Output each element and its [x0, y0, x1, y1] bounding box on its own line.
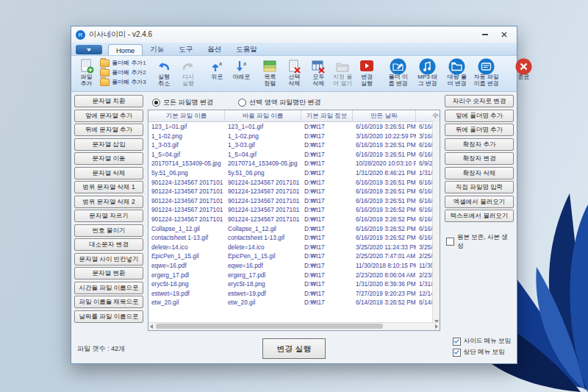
cell: 901224-1234567 2017101: [225, 205, 301, 215]
right-action-button-7[interactable]: 직접 파일명 입력: [445, 181, 514, 193]
left-action-button-1[interactable]: 문자열 치환: [74, 95, 143, 107]
table-row[interactable]: 20170714_153409-05.jpg20170714_153409-05…: [148, 159, 440, 168]
right-action-button-3[interactable]: 뒤에 폴더명 추가: [445, 124, 514, 136]
table-row[interactable]: 901224-1234567 2017101901224-1234567 201…: [148, 196, 440, 206]
left-action-button-16[interactable]: 날짜를 파일 이름으로: [74, 310, 143, 323]
table-header[interactable]: 기본 파일 이름바뀔 파일 이름기본 파일 정보만든 날짜수정한 날짜: [148, 110, 440, 122]
execute-rename-button[interactable]: 변경 실행: [262, 338, 326, 359]
footer-checkbox-label: 사이드 메뉴 보임: [464, 337, 511, 346]
table-row[interactable]: estwet=19.pdfestwet=19.pdfD:₩t177/27/201…: [148, 289, 440, 299]
table-row[interactable]: 1_1-02.png1_1-02.pngD:₩t173/16/2020 10:2…: [148, 132, 440, 141]
toolbar: 파일 추가폴더째 추가1폴더째 추가2폴더째 추가3실행 취소다시 실행a위로a…: [71, 56, 517, 92]
move-up-button[interactable]: a위로: [205, 57, 229, 81]
table-row[interactable]: 1_5=04.gif1_5=04.gifD:₩t176/16/2019 3:26…: [148, 150, 440, 160]
right-action-button-2[interactable]: 앞에 폴더명 추가: [445, 110, 514, 122]
table-row[interactable]: 901224-1234567 2017101901224-1234567 201…: [148, 215, 440, 224]
add-file-button[interactable]: 파일 추가: [74, 57, 98, 87]
left-action-button-13[interactable]: 문자열 변환: [74, 267, 143, 279]
table-row[interactable]: etw_20.giletw_20.gilD:₩t176/14/2019 3:26…: [148, 298, 440, 307]
folder-icon: [100, 69, 110, 76]
tab-기능[interactable]: 기능: [143, 43, 171, 55]
left-action-button-12[interactable]: 문자열 사이 빈칸넣기: [74, 253, 143, 266]
left-action-button-14[interactable]: 시간을 파일 이름으로: [74, 282, 143, 294]
table-row[interactable]: Collapse_1_12.gilCollapse_1_12.gilD:₩t17…: [148, 224, 440, 234]
right-action-button-1[interactable]: 자리수 숫자로 변경: [445, 95, 514, 107]
right-action-button-8[interactable]: 엑셀에서 불러오기: [445, 196, 514, 208]
cell: D:₩t17: [301, 187, 353, 196]
right-action-button-5[interactable]: 확장자 변경: [445, 152, 514, 165]
redo-arrow-icon: [181, 58, 196, 74]
vertical-scrollbar[interactable]: [432, 121, 440, 323]
table-row[interactable]: ergerg_17.pdlergerg_17.pdlD:₩t172/23/202…: [148, 271, 440, 280]
undo-button[interactable]: 실행 취소: [152, 57, 176, 87]
add-folder-button-3[interactable]: 폴더째 추가3: [100, 77, 146, 87]
cell: D:₩t17: [301, 196, 353, 206]
cell: D:₩t17: [301, 233, 353, 243]
cell: D:₩t17: [301, 271, 353, 280]
table-row[interactable]: 901224-1234567 2017101901224-1234567 201…: [148, 205, 440, 215]
left-action-button-6[interactable]: 문자열 삭제: [74, 167, 143, 179]
left-action-button-4[interactable]: 문자열 삽입: [74, 138, 143, 151]
right-action-button-6[interactable]: 확장자 삭제: [445, 167, 514, 179]
left-action-button-2[interactable]: 앞에 문자열 추가: [74, 110, 143, 122]
app-menu-button[interactable]: [76, 45, 102, 54]
delete-selected-button[interactable]: 선택 삭제: [282, 57, 306, 87]
left-action-button-10[interactable]: 번호 붙이기: [74, 224, 143, 237]
sort-list-label: 목록 정렬: [264, 74, 276, 87]
horizontal-scrollbar[interactable]: [148, 322, 440, 330]
table-row[interactable]: EpicPen_1_15.gilEpicPen_1_15.gilD:₩t172/…: [148, 252, 440, 261]
left-action-button-9[interactable]: 문자열 자르기: [74, 210, 143, 222]
auto-rename-button[interactable]: 자동 파일 이름 변경: [472, 57, 501, 87]
table-row[interactable]: eryc5t-18.pngeryc5t-18.pngD:₩t171/31/202…: [148, 279, 440, 289]
radio-selected-only[interactable]: 선택 영역 파일명만 변경: [238, 98, 321, 107]
left-action-button-15[interactable]: 파일 이름을 제목으로: [74, 296, 143, 308]
tab-도구[interactable]: 도구: [171, 43, 200, 55]
footer-checkbox-1[interactable]: 사이드 메뉴 보임: [453, 337, 511, 346]
add-folder-button-2[interactable]: 폴더째 추가2: [100, 68, 146, 77]
delete-all-button[interactable]: 모두 삭제: [306, 57, 331, 87]
cell: 1/31/2020 8:39:36 PM: [353, 279, 416, 289]
scrollbar-thumb[interactable]: [156, 324, 383, 329]
left-action-button-7[interactable]: 범위 문자열 삭제 1: [74, 181, 143, 193]
circle-x-red-icon: [515, 58, 532, 74]
cell: D:₩t17: [301, 243, 353, 252]
column-header-5[interactable]: 수정한 날짜: [416, 110, 440, 121]
column-header-3[interactable]: 기본 파일 정보: [301, 110, 353, 121]
column-header-1[interactable]: 기본 파일 이름: [148, 110, 225, 121]
cell: D:₩t17: [301, 122, 353, 132]
exit-button[interactable]: 종료: [512, 57, 536, 81]
table-row[interactable]: delete=14.icodelete=14.icoD:₩t173/25/202…: [148, 243, 440, 252]
minimize-button[interactable]: [477, 29, 493, 40]
tab-도움말[interactable]: 도움말: [229, 43, 265, 55]
tab-home[interactable]: Home: [108, 44, 143, 55]
run-change-button[interactable]: 변경 실행: [355, 57, 379, 87]
column-header-4[interactable]: 만든 날짜: [353, 110, 416, 121]
table-row[interactable]: 1_3-03.gif1_3-03.gifD:₩t176/16/2019 3:26…: [148, 140, 440, 150]
table-row[interactable]: contactsheet 1-13.gifcontactsheet 1-13.g…: [148, 233, 440, 243]
left-action-button-5[interactable]: 문자열 이동: [74, 152, 143, 165]
radio-all-filenames[interactable]: 모든 파일명 변경: [152, 98, 213, 107]
bulk-folder-button[interactable]: 대량 폴 더 변경: [442, 57, 472, 87]
move-down-button[interactable]: a아래로: [229, 57, 254, 81]
table-row[interactable]: 901224-1234567 2017101901224-1234567 201…: [148, 178, 440, 188]
rename-folder-button[interactable]: 폴더 이 름 변경: [384, 57, 413, 87]
preserve-original-checkbox[interactable]: 원본 보존, 사본 생성: [445, 233, 514, 251]
sort-list-button[interactable]: 목록 정렬: [258, 57, 282, 87]
column-header-2[interactable]: 바뀔 파일 이름: [225, 110, 301, 121]
right-action-button-4[interactable]: 확장자 추가: [445, 138, 514, 151]
left-action-button-3[interactable]: 뒤에 문자열 추가: [74, 124, 143, 136]
cell: 20170714_153409-05.jpg: [225, 159, 301, 168]
mp3-tag-button[interactable]: MP3 태 그 변경: [413, 57, 442, 87]
table-row[interactable]: 123_1=01.gif123_1=01.gifD:₩t176/16/2019 …: [148, 122, 440, 132]
left-action-button-8[interactable]: 범위 문자열 삭제 2: [74, 196, 143, 208]
add-folder-button-1[interactable]: 폴더째 추가1: [100, 58, 146, 68]
left-action-button-11[interactable]: 대소문자 변경: [74, 238, 143, 251]
table-row[interactable]: eqwe=16.pdfeqwe=16.pdfD:₩t1711/30/2018 8…: [148, 261, 440, 271]
tab-옵션[interactable]: 옵션: [200, 43, 229, 55]
table-row[interactable]: 5y.51_06.png5y.51_06.pngD:₩t171/31/2020 …: [148, 168, 440, 178]
right-action-button-9[interactable]: 텍스트에서 불러오기: [445, 210, 514, 222]
table-row[interactable]: 901224-1234567 2017101901224-1234567 201…: [148, 187, 440, 196]
footer-checkbox-2[interactable]: 상단 메뉴 보임: [453, 348, 511, 357]
close-button[interactable]: [496, 29, 512, 40]
title-bar[interactable]: R 이사네이미 - v2.4.6: [71, 26, 517, 43]
